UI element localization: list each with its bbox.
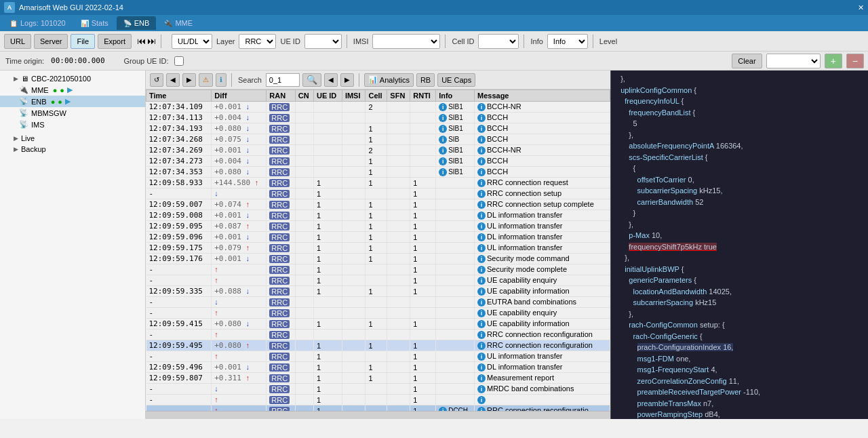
- clear-button[interactable]: Clear: [732, 54, 762, 68]
- separator1: [161, 35, 161, 48]
- cell-sfn: [387, 221, 410, 232]
- info-select[interactable]: Info: [547, 34, 588, 49]
- cell-cell: 1: [366, 199, 387, 210]
- tab-stats[interactable]: 📊 Stats: [74, 16, 115, 30]
- server-button[interactable]: Server: [34, 34, 68, 49]
- table-row[interactable]: - ↑ RRC iUE capability enquiry: [146, 308, 610, 319]
- table-row[interactable]: - ↑ RRC 1 1 iSecurity mode complete: [146, 264, 610, 275]
- add-button[interactable]: +: [825, 54, 842, 68]
- table-row[interactable]: 12:07:34.353 +0.080 ↓ RRC 1 iSIB1 iBCCH: [146, 167, 610, 178]
- ueid-select[interactable]: [304, 34, 342, 49]
- cell-sfn: [387, 395, 410, 405]
- table-row[interactable]: 12:09:59.495 +0.080 ↑ RRC 1 1 1 iRRC con…: [146, 340, 610, 351]
- table-row[interactable]: - ↓ RRC iEUTRA band combinations: [146, 297, 610, 308]
- table-row[interactable]: 12:09:59.095 +0.087 ↑ RRC 1 1 1 iUL info…: [146, 221, 610, 232]
- cell-rnti: [410, 102, 436, 113]
- analytics-button[interactable]: 📊 Analytics: [364, 73, 414, 87]
- table-row[interactable]: 12:09:59.807 +0.311 ↑ RRC 1 1 1 iMeasure…: [146, 373, 610, 384]
- cell-info: [436, 384, 475, 395]
- cell-diff: ↑: [212, 405, 267, 412]
- close-button[interactable]: ✕: [858, 3, 864, 12]
- table-row[interactable]: 12:07:34.193 +0.080 ↓ RRC 1 iSIB1 iBCCH: [146, 123, 610, 134]
- cell-ueid: 1: [313, 275, 342, 286]
- cell-imsi: [342, 188, 366, 199]
- cell-diff: +0.001 ↓: [212, 210, 267, 221]
- table-row[interactable]: 12:07:34.268 +0.075 ↓ RRC 1 iSIB iBCCH: [146, 134, 610, 145]
- table-row[interactable]: 12:09:59.096 +0.001 ↓ RRC 1 1 1 iDL info…: [146, 232, 610, 243]
- cell-cn: [295, 362, 313, 373]
- next-button[interactable]: ▶: [182, 73, 196, 87]
- sidebar-item-mbmsgw[interactable]: 📡 MBMSGW: [0, 107, 145, 119]
- cell-ueid: [313, 113, 342, 123]
- cell-cell: 1: [366, 319, 387, 330]
- clear-select[interactable]: [766, 54, 821, 68]
- table-row[interactable]: 12:09:59.335 +0.088 ↓ RRC 1 1 1 iUE capa…: [146, 286, 610, 297]
- search-input[interactable]: [266, 73, 300, 87]
- cell-sfn: [387, 156, 410, 167]
- horizontal-scrollbar[interactable]: [146, 411, 610, 419]
- cell-diff: +0.075 ↓: [212, 134, 267, 145]
- tab-logs[interactable]: 📋 Logs: 101020: [3, 16, 73, 30]
- cell-info: iSIB: [436, 134, 475, 145]
- table-row[interactable]: - ↓ RRC 1 1 iRRC connection setup: [146, 188, 610, 199]
- table-row[interactable]: 12:07:34.113 +0.004 ↓ RRC iSIB1 iBCCH: [146, 113, 610, 123]
- rb-button[interactable]: RB: [416, 73, 435, 87]
- sidebar-mme-label: MME: [31, 86, 49, 94]
- url-button[interactable]: URL: [4, 34, 31, 49]
- cell-ueid: [313, 330, 342, 340]
- cell-ueid: [313, 134, 342, 145]
- cell-rnti: [410, 156, 436, 167]
- table-row[interactable]: 12:09:59.496 +0.001 ↓ RRC 1 1 1 iDL info…: [146, 362, 610, 373]
- search-label: Search: [238, 76, 262, 84]
- search-prev-button[interactable]: ◀: [324, 73, 338, 87]
- table-row[interactable]: 12:09:59.176 +0.001 ↓ RRC 1 1 1 iSecurit…: [146, 254, 610, 264]
- cell-imsi: [342, 134, 366, 145]
- remove-button[interactable]: −: [846, 54, 864, 68]
- table-row[interactable]: - ↑ RRC 1 1 iUL information transfer: [146, 351, 610, 362]
- cell-diff: +0.079 ↑: [212, 243, 267, 254]
- cell-message: iRRC connection setup: [475, 188, 610, 199]
- table-row[interactable]: - ↓ RRC 1 1 iMRDC band combinations: [146, 384, 610, 395]
- table-row[interactable]: - ↑ RRC 1 1 iUE capability enquiry: [146, 275, 610, 286]
- search-next-button[interactable]: ▶: [340, 73, 354, 87]
- table-row[interactable]: - ↑ RRC 1 1 i: [146, 395, 610, 405]
- table-row[interactable]: 12:09:58.933 +144.580 ↑ RRC 1 1 1 iRRC c…: [146, 178, 610, 188]
- group-ue-checkbox[interactable]: [174, 56, 184, 66]
- search-go-button[interactable]: 🔍: [302, 73, 321, 87]
- cell-imsi: [342, 362, 366, 373]
- sidebar-item-cbc[interactable]: ▶ 🖥 CBC-2021050100: [0, 73, 145, 84]
- layer-select[interactable]: RRCMACRLC: [239, 34, 276, 49]
- tab-enb[interactable]: 📡 ENB: [117, 16, 157, 30]
- table-row[interactable]: 12:09:59.175 +0.079 ↑ RRC 1 1 1 iUL info…: [146, 243, 610, 254]
- tab-mme[interactable]: 🔌 MME: [157, 16, 199, 30]
- warning-button[interactable]: ⚠: [199, 73, 213, 87]
- sidebar-item-ims[interactable]: 📡 IMS: [0, 119, 145, 130]
- table-row[interactable]: 12:07:34.109 +0.001 ↓ RRC 2 iSIB1 iBCCH-…: [146, 102, 610, 113]
- ue-caps-button[interactable]: UE Caps: [437, 73, 475, 87]
- imsi-select[interactable]: [372, 34, 440, 49]
- table-row[interactable]: - ↑ RRC iRRC connection reconfiguration: [146, 330, 610, 340]
- table-row[interactable]: 12:09:59.007 +0.074 ↑ RRC 1 1 1 iRRC con…: [146, 199, 610, 210]
- cell-ueid: 1: [313, 362, 342, 373]
- cellid-select[interactable]: [478, 34, 519, 49]
- info-filter-button[interactable]: ℹ: [216, 73, 226, 87]
- table-row[interactable]: 12:09:59.415 +0.080 ↓ RRC 1 1 1 iUE capa…: [146, 319, 610, 330]
- cell-rnti: [410, 167, 436, 178]
- cell-diff: ↑: [212, 264, 267, 275]
- table-row[interactable]: 12:07:34.269 +0.001 ↓ RRC 2 iSIB1 iBCCH-…: [146, 145, 610, 156]
- table-row[interactable]: 12:09:59.008 +0.001 ↓ RRC 1 1 1 iDL info…: [146, 210, 610, 221]
- file-button[interactable]: File: [71, 34, 95, 49]
- sidebar-item-mme[interactable]: 🔌 MME ● ● ▶: [0, 84, 145, 96]
- prev-button[interactable]: ◀: [166, 73, 180, 87]
- refresh-button[interactable]: ↺: [150, 73, 163, 87]
- cell-ueid: [313, 145, 342, 156]
- cell-sfn: [387, 102, 410, 113]
- table-row[interactable]: 12:07:34.273 +0.004 ↓ RRC 1 iSIB1 iBCCH: [146, 156, 610, 167]
- sidebar-item-backup[interactable]: ▶ Backup: [0, 144, 145, 155]
- sidebar-item-enb[interactable]: 📡 ENB ● ● ▶: [0, 96, 145, 107]
- cell-diff: +144.580 ↑: [212, 178, 267, 188]
- direction-select[interactable]: UL/DLULDL: [172, 34, 212, 49]
- export-button[interactable]: Export: [98, 34, 132, 49]
- table-row[interactable]: - ↑ RRC 1 1 iDCCH iRRC connection reconf…: [146, 405, 610, 412]
- sidebar-item-live[interactable]: ▶ Live: [0, 133, 145, 144]
